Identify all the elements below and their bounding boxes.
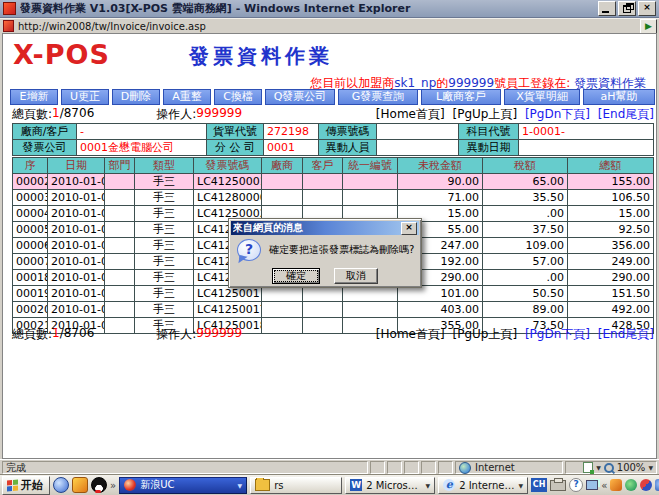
table-row[interactable]: 00003 2010-01-01 手三 LC41280000 71.00 35.… xyxy=(13,190,654,206)
dialog-close-icon[interactable]: × xyxy=(401,222,417,235)
ok-button[interactable]: 確定 xyxy=(272,268,320,284)
cell-type: 手三 xyxy=(135,302,194,318)
toolbar-button-order-detail[interactable]: X貨單明細 xyxy=(504,89,580,105)
nav-end[interactable]: [End尾頁] xyxy=(598,327,654,341)
toolbar-button-invoice-query[interactable]: G發票查詢 xyxy=(338,89,418,105)
cell-seq: 00002 xyxy=(13,174,48,190)
order-code-value: 272198 xyxy=(264,124,319,140)
cell-tax-amount: .00 xyxy=(483,206,568,222)
address-bar: http://win2008/tw/Invoice/invoice.asp ▶ xyxy=(0,18,659,33)
task-button-ie-group[interactable]: e 2 Internet Expl... ▼ xyxy=(438,477,528,494)
status-text: 完成 xyxy=(2,461,368,474)
go-refresh-icon[interactable]: ▶ xyxy=(640,19,657,34)
toolbar-button-invoice-company[interactable]: Q發票公司 xyxy=(265,89,335,105)
column-header: 統一編號 xyxy=(343,158,398,174)
branch-value: 0001 xyxy=(264,140,319,156)
address-input[interactable]: http://win2008/tw/Invoice/invoice.asp xyxy=(18,21,640,32)
cell-type: 手三 xyxy=(135,174,194,190)
dialog-title: 來自網頁的消息 xyxy=(233,221,401,235)
account-code-value: 1-0001- xyxy=(519,124,654,140)
xpos-logo: X-POS xyxy=(13,39,110,70)
column-header: 日期 xyxy=(48,158,105,174)
nav-pgdn[interactable]: [PgDn下頁] xyxy=(525,107,590,121)
page-status-icon xyxy=(583,462,593,473)
tray-icon-4[interactable] xyxy=(655,479,659,491)
help-icon[interactable]: ? xyxy=(569,478,583,492)
close-button[interactable]: × xyxy=(638,1,656,16)
globe-icon xyxy=(459,462,471,474)
cell-seq: 00005 xyxy=(13,222,48,238)
tray-icon-2[interactable] xyxy=(625,479,637,491)
nav-pgup[interactable]: [PgUp上頁] xyxy=(452,107,517,121)
column-header: 未稅金額 xyxy=(398,158,483,174)
page-current: 1 xyxy=(52,326,60,340)
toolbar-button-edit[interactable]: U更正 xyxy=(61,89,109,105)
overflow-chevron-icon[interactable]: » xyxy=(110,480,116,491)
cell-tax-amount: 65.00 xyxy=(483,174,568,190)
language-indicator[interactable]: CH xyxy=(531,478,547,492)
nav-pgup[interactable]: [PgUp上頁] xyxy=(452,327,517,341)
toolbar-button-vendor-customer[interactable]: L廠商客戶 xyxy=(421,89,501,105)
start-button[interactable]: 开始 xyxy=(2,476,50,495)
table-row[interactable]: 00002 2010-01-01 手三 LC41250001 90.00 65.… xyxy=(13,174,654,190)
status-segment xyxy=(370,461,385,474)
taskbar: 开始 » 新浪UC ▼ rs W 2 Microsoft Off... ▼ e … xyxy=(0,474,659,495)
chevron-down-icon: ▼ xyxy=(648,464,653,471)
toolbar-button-switch-file[interactable]: C換檔 xyxy=(214,89,262,105)
cell-vendor xyxy=(262,302,303,318)
toolbar-button-delete[interactable]: D刪除 xyxy=(112,89,160,105)
table-row[interactable]: 00020 2010-01-01 手三 LC41250017 403.00 89… xyxy=(13,302,654,318)
nav-home[interactable]: [Home首頁] xyxy=(376,107,445,121)
task-button-sina-uc[interactable]: 新浪UC ▼ xyxy=(119,477,247,494)
network-monitor-icon[interactable] xyxy=(586,480,598,490)
toolbar-button-refresh[interactable]: A重整 xyxy=(163,89,211,105)
task-button-word-group[interactable]: W 2 Microsoft Off... ▼ xyxy=(345,477,435,494)
invoice-company-label: 發票公司 xyxy=(13,140,77,156)
cell-customer xyxy=(303,174,343,190)
cell-seq: 00006 xyxy=(13,238,48,254)
toolbar-button-help[interactable]: aH幫助 xyxy=(583,89,655,105)
cell-date: 2010-01-01 xyxy=(48,206,105,222)
quicklaunch-wangwang-icon[interactable] xyxy=(72,477,88,493)
quicklaunch-messenger-icon[interactable] xyxy=(53,477,69,493)
task-button-rs-folder[interactable]: rs xyxy=(250,477,342,494)
cell-tax-amount: 57.00 xyxy=(483,254,568,270)
cell-dept xyxy=(105,286,135,302)
cell-date: 2010-01-01 xyxy=(48,286,105,302)
restore-button[interactable] xyxy=(618,1,636,16)
chevron-down-icon: ▼ xyxy=(238,482,243,489)
cell-invoice-no: LC41250017 xyxy=(194,302,262,318)
column-header: 稅額 xyxy=(483,158,568,174)
column-header: 廠商 xyxy=(262,158,303,174)
cell-total-amount: 15.00 xyxy=(568,206,654,222)
nav-end[interactable]: [End尾頁] xyxy=(598,107,654,121)
cell-total-amount: 492.00 xyxy=(568,302,654,318)
status-segment xyxy=(387,461,402,474)
tray-icon-3[interactable] xyxy=(640,479,652,491)
nav-home[interactable]: [Home首頁] xyxy=(376,327,445,341)
pages-label: 總頁數: xyxy=(12,106,52,120)
task-label: rs xyxy=(274,480,337,491)
nav-pgdn[interactable]: [PgDn下頁] xyxy=(525,327,590,341)
cancel-button[interactable]: 取消 xyxy=(334,268,378,284)
tray-icon-1[interactable] xyxy=(610,479,622,491)
printer-icon[interactable] xyxy=(550,480,566,491)
cell-tax-id xyxy=(343,174,398,190)
order-code-label: 貨單代號 xyxy=(207,124,264,140)
nav-links: [Home首頁] [PgUp上頁] [PgDn下頁] [End尾頁] xyxy=(372,106,654,120)
current-module-link[interactable]: 發票資料作業 xyxy=(574,76,646,90)
toolbar-button-add[interactable]: E增新 xyxy=(10,89,58,105)
dialog-message: 確定要把這張發票標誌為刪除嗎? xyxy=(269,243,414,257)
qq-penguin-icon[interactable] xyxy=(91,477,107,493)
question-bubble-icon: ? xyxy=(237,239,261,261)
modified-by-value xyxy=(377,140,459,156)
column-header: 總額 xyxy=(568,158,654,174)
zoom-control[interactable]: ▼ 100% ▼ xyxy=(565,461,657,474)
login-status-suffix: 號員工登錄在: xyxy=(494,76,574,90)
cell-date: 2010-01-01 xyxy=(48,190,105,206)
employee-number: 999999 xyxy=(448,76,494,90)
minimize-button[interactable] xyxy=(598,1,616,16)
tray-chevron-icon[interactable]: « xyxy=(601,480,607,491)
cell-total-amount: 92.50 xyxy=(568,222,654,238)
cell-dept xyxy=(105,302,135,318)
